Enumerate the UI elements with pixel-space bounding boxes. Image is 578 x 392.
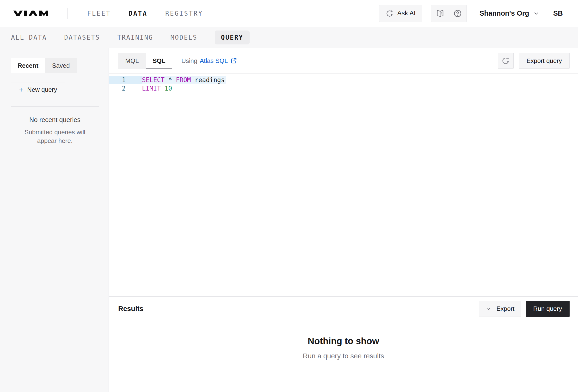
line-number: 2 (109, 84, 126, 93)
results-bar: Results Export Run query (109, 296, 578, 321)
code-line-2[interactable]: 2 LIMIT 10 (109, 84, 578, 93)
nav-fleet[interactable]: FLEET (87, 10, 111, 17)
plus-icon: + (19, 86, 24, 94)
tab-models[interactable]: MODELS (171, 34, 197, 41)
query-sidebar: Recent Saved + New query No recent queri… (0, 48, 109, 392)
ask-ai-label: Ask AI (397, 10, 416, 17)
header-divider (67, 8, 68, 19)
book-icon (436, 9, 444, 18)
external-link-icon (230, 57, 237, 64)
viam-logo[interactable] (13, 10, 48, 17)
help-icon (453, 9, 462, 18)
top-header: FLEET DATA REGISTRY Ask AI (0, 0, 578, 27)
empty-queries-title: No recent queries (29, 116, 81, 124)
nav-registry[interactable]: REGISTRY (165, 10, 203, 17)
ai-sparkle-refresh-icon (385, 9, 394, 17)
ai-regenerate-button[interactable] (498, 53, 514, 69)
avatar[interactable]: SB (553, 9, 563, 17)
empty-queries-body: Submitted queries will appear here. (21, 128, 89, 145)
export-results-button[interactable]: Export (479, 301, 521, 317)
query-main-panel: MQL SQL Using Atlas SQL (109, 48, 578, 392)
chevron-down-icon (485, 306, 491, 312)
header-right: Ask AI (379, 5, 563, 22)
content: Recent Saved + New query No recent queri… (0, 48, 578, 392)
tab-datasets[interactable]: DATASETS (64, 34, 100, 41)
primary-nav: FLEET DATA REGISTRY (87, 10, 203, 17)
results-title: Results (118, 305, 144, 313)
sql-text: * (165, 76, 176, 84)
mql-toggle-button[interactable]: MQL (118, 53, 146, 69)
ai-regenerate-icon (501, 56, 510, 65)
nav-data[interactable]: DATA (129, 10, 147, 17)
sql-toggle-button[interactable]: SQL (146, 53, 172, 69)
recent-saved-toggle: Recent Saved (11, 58, 99, 73)
viam-logo-icon (13, 10, 48, 17)
results-empty-body: Run a query to see results (303, 352, 384, 360)
ask-ai-button[interactable]: Ask AI (379, 5, 422, 22)
org-name: Shannon's Org (480, 9, 529, 17)
results-empty-state: Nothing to show Run a query to see resul… (109, 321, 578, 392)
sql-code-editor[interactable]: 1 SELECT * FROM readings 2 (109, 73, 578, 296)
atlas-sql-label: Atlas SQL (200, 57, 228, 65)
sql-text (161, 85, 165, 92)
tab-training[interactable]: TRAINING (117, 34, 153, 41)
code-text-line-1: SELECT * FROM readings (142, 76, 578, 84)
export-query-button[interactable]: Export query (519, 53, 570, 69)
sql-text: readings (191, 76, 225, 84)
using-label: Using (181, 57, 197, 65)
viam-data-query-app: FLEET DATA REGISTRY Ask AI (0, 0, 578, 392)
no-recent-queries-box: No recent queries Submitted queries will… (11, 106, 99, 155)
atlas-sql-link[interactable]: Atlas SQL (200, 57, 237, 65)
export-results-label: Export (496, 305, 514, 312)
documentation-button[interactable] (431, 5, 449, 22)
results-empty-title: Nothing to show (308, 336, 379, 346)
help-button[interactable] (449, 5, 466, 22)
data-tabs-bar: ALL DATA DATASETS TRAINING MODELS QUERY (0, 27, 578, 48)
sql-keyword: FROM (176, 76, 191, 84)
sql-number-literal: 10 (165, 85, 172, 92)
help-icon-group (431, 5, 467, 22)
new-query-label: New query (27, 86, 57, 94)
query-toolbar: MQL SQL Using Atlas SQL (109, 48, 578, 73)
gutter-line-2: 2 (109, 84, 142, 93)
saved-tab-button[interactable]: Saved (45, 58, 77, 73)
query-language-toggle: MQL SQL (118, 53, 172, 69)
new-query-button[interactable]: + New query (11, 82, 65, 97)
code-text-line-2: LIMIT 10 (142, 84, 578, 93)
run-query-button[interactable]: Run query (526, 301, 570, 317)
sql-keyword: SELECT (142, 76, 165, 84)
tab-query[interactable]: QUERY (215, 31, 250, 45)
recent-tab-button[interactable]: Recent (11, 58, 45, 73)
gutter-line-1: 1 (109, 76, 142, 84)
code-line-1[interactable]: 1 SELECT * FROM readings (109, 76, 578, 84)
tab-all-data[interactable]: ALL DATA (11, 34, 47, 41)
sql-keyword: LIMIT (142, 85, 161, 92)
chevron-down-icon (533, 10, 539, 17)
org-switcher[interactable]: Shannon's Org (480, 9, 539, 17)
